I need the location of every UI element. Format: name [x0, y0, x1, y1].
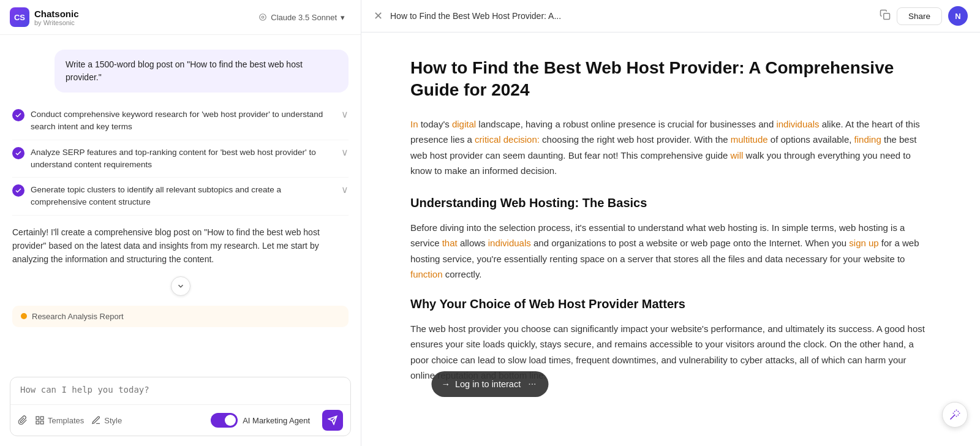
copy-button[interactable]	[880, 9, 891, 23]
model-chevron: ▾	[341, 13, 345, 22]
templates-icon	[35, 415, 45, 425]
ai-response-text: Certainly! I'll create a comprehensive b…	[12, 227, 320, 265]
login-label: Log in to interact	[455, 379, 521, 389]
svg-rect-8	[884, 13, 890, 20]
magic-wand-button[interactable]	[942, 402, 968, 428]
brand-initials: CS	[14, 13, 25, 22]
task-text-3: Generate topic clusters to identify all …	[31, 184, 335, 209]
check-icon-2	[15, 149, 22, 157]
magic-wand-icon	[949, 409, 961, 421]
doc-header: ✕ How to Find the Best Web Host Provider…	[361, 0, 980, 32]
brand: CS Chatsonic by Writesonic	[10, 7, 79, 27]
chat-input[interactable]	[10, 377, 350, 402]
login-button[interactable]: → Log in to interact	[441, 379, 521, 389]
task-chevron-1[interactable]: ∨	[341, 108, 349, 120]
style-button[interactable]: Style	[91, 415, 122, 425]
svg-rect-5	[36, 421, 39, 424]
task-text-1: Conduct comprehensive keyword research f…	[31, 108, 335, 134]
svg-rect-3	[40, 417, 43, 420]
templates-label: Templates	[48, 416, 84, 425]
more-dots: ···	[528, 379, 536, 389]
doc-actions: Share N	[880, 6, 968, 26]
send-button[interactable]	[322, 410, 343, 431]
share-button[interactable]: Share	[897, 7, 942, 25]
input-container: Templates Style AI Marketing Agent	[10, 377, 351, 436]
doc-h1: How to Find the Best Web Host Provider: …	[410, 57, 931, 102]
task-chevron-3[interactable]: ∨	[341, 184, 349, 195]
user-avatar: N	[948, 6, 968, 26]
scroll-down-button[interactable]	[171, 276, 190, 296]
svg-point-1	[260, 14, 266, 21]
top-bar: CS Chatsonic by Writesonic Claude 3.5 So…	[0, 0, 361, 35]
research-card-label: Research Analysis Report	[32, 312, 124, 321]
left-panel: CS Chatsonic by Writesonic Claude 3.5 So…	[0, 0, 361, 446]
model-icon	[258, 13, 267, 21]
ai-agent-toggle[interactable]	[211, 413, 238, 428]
model-selector[interactable]: Claude 3.5 Sonnet ▾	[252, 10, 351, 25]
doc-section1-h2: Understanding Web Hosting: The Basics	[410, 196, 931, 210]
templates-button[interactable]: Templates	[35, 415, 84, 425]
input-actions: Templates Style AI Marketing Agent	[10, 404, 350, 436]
ai-response: Certainly! I'll create a comprehensive b…	[12, 225, 349, 266]
task-list: Conduct comprehensive keyword research f…	[12, 102, 349, 216]
toggle-knob	[225, 415, 236, 426]
task-item-2: Analyze SERP features and top-ranking co…	[12, 140, 349, 178]
attach-button[interactable]	[18, 415, 28, 425]
login-overlay: → Log in to interact ···	[431, 371, 548, 397]
toggle-wrap: AI Marketing Agent	[211, 413, 310, 428]
send-icon	[328, 415, 337, 425]
research-card: Research Analysis Report	[12, 306, 349, 327]
task-item-3: Generate topic clusters to identify all …	[12, 178, 349, 216]
task-check-2	[12, 147, 24, 159]
login-more-button[interactable]: ···	[528, 379, 536, 390]
copy-icon	[880, 9, 891, 20]
check-icon-3	[15, 187, 22, 194]
input-bar: Templates Style AI Marketing Agent	[0, 371, 361, 446]
task-text-2: Analyze SERP features and top-ranking co…	[31, 146, 335, 172]
doc-tab-title: How to Find the Best Web Host Provider: …	[390, 11, 872, 21]
research-dot	[21, 313, 27, 319]
login-arrow: →	[441, 379, 450, 389]
task-item-1: Conduct comprehensive keyword research f…	[12, 102, 349, 140]
task-check-3	[12, 184, 24, 197]
task-check-1	[12, 109, 24, 121]
doc-intro: In today's digital landscape, having a r…	[410, 116, 931, 179]
svg-rect-2	[36, 417, 39, 420]
toggle-label: AI Marketing Agent	[243, 416, 310, 425]
brand-sub: by Writesonic	[34, 19, 79, 26]
svg-point-0	[262, 16, 265, 18]
doc-section2-h2: Why Your Choice of Web Host Provider Mat…	[410, 297, 931, 311]
model-name: Claude 3.5 Sonnet	[271, 13, 337, 22]
brand-logo: CS	[10, 7, 29, 27]
doc-close-button[interactable]: ✕	[374, 9, 383, 23]
style-label: Style	[104, 416, 122, 425]
chat-area: Write a 1500-word blog post on "How to f…	[0, 35, 361, 371]
user-message-bubble: Write a 1500-word blog post on "How to f…	[55, 50, 349, 93]
doc-section1-body: Before diving into the selection process…	[410, 220, 931, 282]
attach-icon	[18, 415, 28, 425]
brand-text: Chatsonic by Writesonic	[34, 9, 79, 26]
svg-rect-4	[40, 421, 43, 424]
brand-name: Chatsonic	[34, 9, 79, 19]
arrow-down-icon	[176, 282, 185, 290]
user-message-text: Write a 1500-word blog post on "How to f…	[66, 59, 303, 82]
user-initials: N	[955, 12, 960, 21]
check-icon-1	[15, 112, 22, 119]
share-label: Share	[908, 12, 930, 21]
task-chevron-2[interactable]: ∨	[341, 146, 349, 158]
style-icon	[91, 415, 101, 425]
